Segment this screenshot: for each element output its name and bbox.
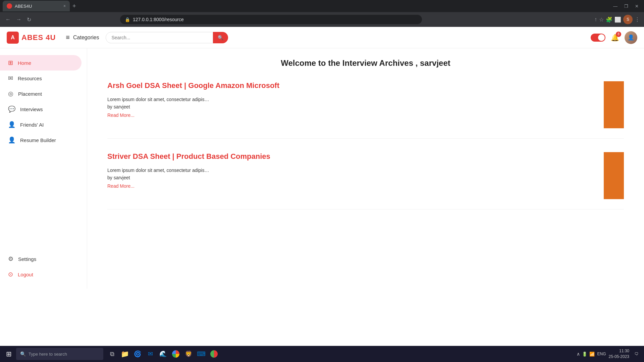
resource-card-arsh-goel: Arsh Goel DSA Sheet | Google Amazon Micr… (107, 81, 624, 139)
window-controls: — ❐ ✕ (610, 4, 641, 9)
notification-badge: 8 (616, 32, 621, 37)
sidebar-label-settings: Settings (18, 256, 36, 262)
sidebar-label-logout: Logout (18, 272, 33, 277)
resume-builder-icon: 👤 (8, 136, 15, 144)
sidebar-label-interviews: Interviews (20, 106, 43, 112)
forward-button[interactable]: → (15, 15, 23, 24)
sidebar-label-resume-builder: Resume Builder (20, 137, 56, 143)
resource-card-striver: Striver DSA Sheet | Product Based Compan… (107, 152, 624, 210)
resource-author-arsh-goel: by sarvjeet (107, 104, 590, 109)
sidebar-item-logout[interactable]: ⊙ Logout (0, 267, 82, 282)
sidebar-item-settings[interactable]: ⚙ Settings (0, 251, 82, 267)
resource-thumbnail-arsh-goel (604, 81, 624, 128)
tab-title: ABES4U (15, 4, 32, 9)
sidebar-label-placement: Placement (18, 91, 42, 97)
back-button[interactable]: ← (4, 15, 12, 24)
resource-read-more-striver[interactable]: Read More... (107, 183, 135, 189)
theme-toggle[interactable] (591, 34, 605, 42)
resource-read-more-arsh-goel[interactable]: Read More... (107, 112, 135, 118)
address-bar-row: ← → ↻ 🔒 127.0.0.1:8000/resource ↑ ☆ 🧩 ⬜ … (0, 12, 644, 27)
extensions-icon[interactable]: 🧩 (606, 16, 612, 23)
resource-author-striver: by sarvjeet (107, 175, 590, 180)
home-icon: ⊞ (8, 59, 13, 66)
sidebar-label-home: Home (18, 60, 31, 66)
resource-title-arsh-goel[interactable]: Arsh Goel DSA Sheet | Google Amazon Micr… (107, 81, 590, 90)
page-title: Welcome to the Interview Archives , sarv… (107, 58, 624, 68)
content-area: Welcome to the Interview Archives , sarv… (87, 48, 644, 289)
resources-icon: ✉ (8, 75, 13, 82)
friends-ai-icon: 👤 (8, 121, 15, 128)
sidebar-label-resources: Resources (18, 76, 42, 81)
search-area: 🔍 (106, 32, 233, 43)
user-avatar-inner: 👤 (625, 31, 637, 44)
notification-icon[interactable]: 🔔 8 (611, 34, 619, 42)
settings-icon: ⚙ (8, 255, 13, 263)
sidebar: ⊞ Home ✉ Resources ◎ Placement 💬 Intervi… (0, 48, 87, 289)
logo-icon: A (7, 32, 19, 44)
window-maximize[interactable]: ❐ (622, 4, 631, 9)
sidebar-item-friends-ai[interactable]: 👤 Friends' AI (0, 117, 82, 132)
interviews-icon: 💬 (8, 105, 15, 113)
sidebar-item-resources[interactable]: ✉ Resources (0, 71, 82, 86)
top-nav: A ABES 4U ≡ Categories 🔍 🔔 8 👤 (0, 27, 644, 48)
refresh-button[interactable]: ↻ (25, 15, 33, 24)
resource-desc-arsh-goel: Lorem ipsum dolor sit amet, consectetur … (107, 97, 590, 102)
sidebar-label-friends-ai: Friends' AI (20, 122, 44, 128)
lock-icon: 🔒 (125, 17, 130, 22)
resource-info-striver: Striver DSA Sheet | Product Based Compan… (107, 152, 590, 199)
sidebar-item-resume-builder[interactable]: 👤 Resume Builder (0, 132, 82, 148)
address-bar[interactable]: 🔒 127.0.0.1:8000/resource (120, 15, 422, 24)
bookmark-icon[interactable]: ☆ (599, 16, 604, 23)
app-container: A ABES 4U ≡ Categories 🔍 🔔 8 👤 ⊞ Home (0, 27, 644, 289)
categories-label[interactable]: Categories (73, 35, 99, 41)
url-text: 127.0.0.1:8000/resource (133, 17, 184, 22)
profile-switcher[interactable]: ⬜ (614, 16, 621, 23)
nav-right: 🔔 8 👤 (591, 31, 637, 44)
logo-text: ABES 4U (21, 33, 56, 42)
resource-info-arsh-goel: Arsh Goel DSA Sheet | Google Amazon Micr… (107, 81, 590, 128)
tab-close-button[interactable]: × (63, 4, 66, 8)
main-area: ⊞ Home ✉ Resources ◎ Placement 💬 Intervi… (0, 48, 644, 289)
window-minimize[interactable]: — (610, 4, 620, 9)
logo-area[interactable]: A ABES 4U (7, 32, 56, 44)
tab-favicon (7, 3, 12, 9)
resource-thumbnail-striver (604, 152, 624, 199)
browser-profile-avatar[interactable]: S (623, 15, 633, 24)
hamburger-menu-icon[interactable]: ≡ (66, 34, 70, 41)
window-close[interactable]: ✕ (632, 4, 641, 9)
user-avatar[interactable]: 👤 (625, 31, 637, 44)
share-icon[interactable]: ↑ (594, 16, 597, 22)
placement-icon: ◎ (8, 90, 13, 97)
browser-menu-icon[interactable]: ⋮ (635, 16, 640, 23)
browser-tab[interactable]: ABES4U × (3, 1, 70, 11)
browser-chrome: ABES4U × + — ❐ ✕ ← → ↻ 🔒 127.0.0.1:8000/… (0, 0, 644, 27)
resource-title-striver[interactable]: Striver DSA Sheet | Product Based Compan… (107, 152, 590, 161)
sidebar-item-home[interactable]: ⊞ Home (0, 55, 82, 71)
resource-desc-striver: Lorem ipsum dolor sit amet, consectetur … (107, 168, 590, 173)
logout-icon: ⊙ (8, 271, 13, 278)
sidebar-item-placement[interactable]: ◎ Placement (0, 86, 82, 101)
sidebar-item-interviews[interactable]: 💬 Interviews (0, 101, 82, 117)
new-tab-button[interactable]: + (70, 3, 79, 10)
search-input[interactable] (106, 32, 213, 43)
browser-actions: ↑ ☆ 🧩 ⬜ S ⋮ (594, 15, 640, 24)
search-button[interactable]: 🔍 (213, 32, 228, 43)
sidebar-spacer (0, 148, 87, 251)
tab-bar: ABES4U × + — ❐ ✕ (0, 0, 644, 12)
